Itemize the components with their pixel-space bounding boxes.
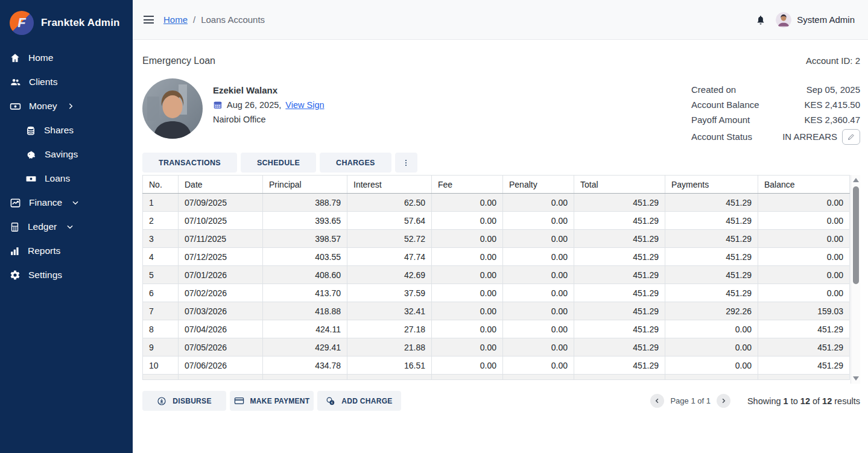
table-cell: 07/02/2026 <box>179 284 263 302</box>
table-cell: 451.29 <box>574 302 665 320</box>
page-label: Page 1 of 1 <box>670 396 711 405</box>
sidebar-item-clients[interactable]: Clients <box>0 70 133 94</box>
chevron-right-icon <box>66 102 75 110</box>
table-cell: 398.57 <box>263 230 347 248</box>
table-cell <box>263 375 347 380</box>
tab-charges[interactable]: CHARGES <box>320 153 391 173</box>
scroll-up-icon[interactable] <box>853 178 859 182</box>
svg-text:c: c <box>331 401 333 404</box>
table-row[interactable]: 107/09/2025388.7962.500.000.00451.29451.… <box>143 194 850 212</box>
brand-name: Franktek Admin <box>41 17 120 29</box>
table-row[interactable]: 207/10/2025393.6557.640.000.00451.29451.… <box>143 212 850 230</box>
table-row[interactable]: 507/01/2026408.6042.690.000.00451.29451.… <box>143 266 850 284</box>
table-row[interactable]: 807/04/2026424.1127.180.000.00451.290.00… <box>143 320 850 338</box>
column-header[interactable]: Total <box>574 176 665 194</box>
calendar-icon <box>213 100 223 110</box>
prev-page-button[interactable] <box>650 394 664 408</box>
created-on-label: Created on <box>691 84 736 95</box>
column-header[interactable]: Principal <box>263 176 347 194</box>
column-header[interactable]: Date <box>179 176 263 194</box>
client-photo <box>142 78 203 139</box>
table-scrollbar[interactable] <box>851 175 860 384</box>
table-row[interactable]: 707/03/2026418.8832.410.000.00451.29292.… <box>143 302 850 320</box>
table-cell: 429.41 <box>263 338 347 356</box>
table-cell: 4 <box>143 248 179 266</box>
table-cell: 0.00 <box>758 266 850 284</box>
table-cell: 159.03 <box>758 302 850 320</box>
sidebar-item-label: Loans <box>45 173 70 184</box>
sidebar-item-savings[interactable]: Savings <box>0 142 133 166</box>
tab-schedule[interactable]: SCHEDULE <box>241 153 316 173</box>
sidebar-item-ledger[interactable]: Ledger <box>0 215 133 239</box>
chevron-right-icon <box>720 398 727 404</box>
add-charge-button[interactable]: c ADD CHARGE <box>317 391 401 411</box>
disburse-button[interactable]: DISBURSE <box>142 391 226 411</box>
sidebar-item-label: Finance <box>29 197 62 208</box>
table-cell: 0.00 <box>432 266 503 284</box>
sidebar: F Franktek Admin Home Clients Money Shar… <box>0 0 133 453</box>
account-summary: Created on Sep 05, 2025 Account Balance … <box>691 78 860 144</box>
topbar: Home / Loans Accounts System Admin <box>133 0 868 40</box>
table-cell: 0.00 <box>432 194 503 212</box>
sidebar-item-money[interactable]: Money <box>0 94 133 118</box>
table-row[interactable]: 407/12/2025403.5547.740.000.00451.29451.… <box>143 248 850 266</box>
chevron-left-icon <box>654 398 661 404</box>
breadcrumb-current: Loans Accounts <box>201 14 265 25</box>
main-column: Home / Loans Accounts System Admin Emerg… <box>133 0 868 453</box>
sidebar-item-settings[interactable]: Settings <box>0 263 133 287</box>
edit-status-button[interactable] <box>842 129 860 145</box>
table-cell: 451.29 <box>574 194 665 212</box>
sign-date: Aug 26, 2025, <box>227 100 281 110</box>
scroll-down-icon[interactable] <box>853 376 859 381</box>
sidebar-item-shares[interactable]: Shares <box>0 118 133 142</box>
tab-transactions[interactable]: TRANSACTIONS <box>142 153 237 173</box>
account-status-value: IN ARREARS <box>782 131 837 142</box>
table-cell: 32.41 <box>347 302 432 320</box>
column-header[interactable]: No. <box>143 176 179 194</box>
notifications-bell-icon[interactable] <box>755 14 766 26</box>
edit-icon <box>847 133 855 141</box>
client-name: Ezekiel Walanx <box>213 85 325 95</box>
view-sign-link[interactable]: View Sign <box>285 100 324 110</box>
table-cell: 0.00 <box>503 248 574 266</box>
table-footer: DISBURSE MAKE PAYMENT c ADD CHARGE Page … <box>142 391 860 411</box>
breadcrumb-home-link[interactable]: Home <box>163 14 188 25</box>
next-page-button[interactable] <box>717 394 730 408</box>
column-header[interactable]: Fee <box>432 176 503 194</box>
tabs-more-button[interactable] <box>395 153 417 173</box>
table-cell: 451.29 <box>665 194 758 212</box>
table-row[interactable]: 907/05/2026429.4121.880.000.00451.290.00… <box>143 338 850 356</box>
column-header[interactable]: Interest <box>347 176 432 194</box>
sidebar-item-finance[interactable]: Finance <box>0 191 133 215</box>
menu-toggle-icon[interactable] <box>144 16 154 24</box>
scrollbar-thumb[interactable] <box>853 186 859 284</box>
table-row[interactable]: 307/11/2025398.5752.720.000.00451.29451.… <box>143 230 850 248</box>
table-cell: 0.00 <box>503 212 574 230</box>
table-row[interactable]: 607/02/2026413.7037.590.000.00451.29451.… <box>143 284 850 302</box>
table-cell: 7 <box>143 302 179 320</box>
results-summary: Showing 1 to 12 of 12 results <box>747 396 860 406</box>
results-from: 1 <box>784 396 788 406</box>
sidebar-item-label: Clients <box>29 77 57 87</box>
table-cell: 451.29 <box>665 284 758 302</box>
user-menu[interactable]: System Admin <box>776 12 855 28</box>
sidebar-item-reports[interactable]: Reports <box>0 239 133 263</box>
make-payment-button[interactable]: MAKE PAYMENT <box>230 391 314 411</box>
column-header[interactable]: Penalty <box>503 176 574 194</box>
table-cell: 0.00 <box>432 338 503 356</box>
sidebar-item-label: Ledger <box>28 221 57 232</box>
payoff-amount-label: Payoff Amount <box>691 115 750 125</box>
table-cell: 451.29 <box>574 212 665 230</box>
sidebar-item-label: Home <box>28 52 53 63</box>
reports-icon <box>10 246 20 256</box>
schedule-table-body: 107/09/2025388.7962.500.000.00451.29451.… <box>143 194 850 380</box>
table-cell: 451.29 <box>574 356 665 375</box>
table-row[interactable]: 1007/06/2026434.7816.510.000.00451.290.0… <box>143 356 850 375</box>
column-header[interactable]: Payments <box>665 176 758 194</box>
payment-card-icon <box>234 396 244 406</box>
sidebar-item-home[interactable]: Home <box>0 46 133 70</box>
column-header[interactable]: Balance <box>758 176 850 194</box>
table-cell: 07/10/2025 <box>179 212 263 230</box>
app-root: F Franktek Admin Home Clients Money Shar… <box>0 0 868 453</box>
sidebar-item-loans[interactable]: Loans <box>0 166 133 191</box>
